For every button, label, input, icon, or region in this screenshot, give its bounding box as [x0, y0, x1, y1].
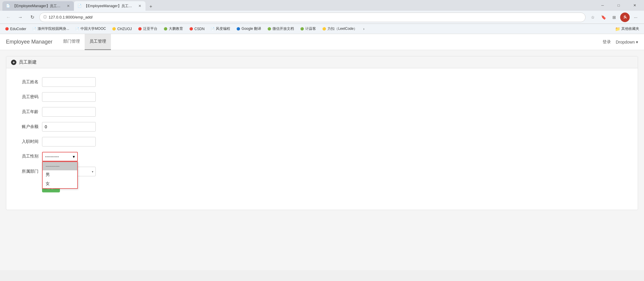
bookmark-dapeng-label: 大鹏教育 [169, 26, 183, 31]
tab1-title: 【EmployeeManager】员工列表 [13, 4, 64, 9]
bookmark-fengbian-label: 风变编程 [216, 26, 230, 31]
bookmark-csdn-label: CSDN [194, 27, 205, 31]
form-group-age: 员工年龄 [18, 107, 626, 117]
maximize-button[interactable]: □ [612, 1, 626, 10]
nav-dropdown[interactable]: Dropdown ▾ [616, 40, 638, 44]
dept-label: 所属部门 [18, 169, 42, 174]
bookmark-wechat-docs-label: 微信开放文档 [273, 26, 294, 31]
bookmark-leetcode-label: 力扣（LeetCode） [327, 26, 357, 31]
gender-dropdown-container: ---------- ▾ ---------- 男 女 [42, 152, 78, 161]
bookmark-google-translate[interactable]: 🔵 Google 翻译 [234, 25, 264, 33]
form-group-name: 员工姓名 [18, 77, 626, 87]
title-bar: 📄 【EmployeeManager】员工列表 ✕ 📄 【EmployeeMan… [0, 0, 644, 11]
page-content: + 员工新建 员工姓名 员工密码 员工年龄 账户余额 [0, 50, 644, 270]
address-actions: ☆ 🔖 ⊞ 头 ··· [588, 13, 640, 22]
app-navbar: Employee Manager 部门管理 员工管理 登录 Dropdown ▾ [0, 34, 644, 50]
profile-avatar[interactable]: 头 [620, 13, 630, 22]
bookmark-csdn[interactable]: 🔴 CSDN [187, 26, 207, 32]
back-button[interactable]: ← [4, 13, 13, 22]
forward-button[interactable]: → [16, 13, 25, 22]
browser-chrome: 📄 【EmployeeManager】员工列表 ✕ 📄 【EmployeeMan… [0, 0, 644, 34]
dropdown-chevron-icon: ▾ [636, 40, 638, 44]
window-controls: ─ □ ✕ [596, 1, 642, 10]
balance-input[interactable] [42, 122, 96, 132]
form-group-password: 员工密码 [18, 92, 626, 102]
form-group-submit: 添加 [18, 182, 626, 192]
form-group-dept: 所属部门 ▾ [18, 167, 626, 176]
join-date-label: 入职时间 [18, 139, 42, 144]
panel-heading: + 员工新建 [6, 56, 638, 68]
bookmark-chzuoj[interactable]: 🟡 CHZUOJ [109, 26, 134, 32]
bookmark-leetcode[interactable]: 🟡 力扣（LeetCode） [320, 25, 360, 33]
age-label: 员工年龄 [18, 109, 42, 115]
bookmark-educoder-label: EduCoder [10, 27, 26, 31]
bookmark-fanya[interactable]: 🔴 泛亚平台 [135, 25, 160, 33]
tab2-title: 【EmployeeManager】员工新建 [84, 4, 135, 9]
menu-button[interactable]: ··· [631, 13, 640, 22]
gender-dropdown-menu: ---------- 男 女 [42, 161, 78, 189]
mooc-icon: 📄 [75, 27, 79, 31]
leetcode-icon: 🟡 [322, 27, 326, 31]
bookmark-mooc[interactable]: 📄 中国大学MOOC [73, 25, 108, 33]
bookmark-icon[interactable]: 🔖 [599, 13, 608, 22]
wechat-icon: 🟢 [267, 27, 271, 31]
nav-right: 登录 Dropdown ▾ [603, 39, 638, 45]
gender-trigger-text: ---------- [45, 154, 59, 159]
bookmark-dapeng[interactable]: 🟢 大鹏教育 [161, 25, 185, 33]
bookmarks-more-icon[interactable]: › [361, 26, 367, 32]
minimize-button[interactable]: ─ [596, 1, 609, 10]
age-input[interactable] [42, 107, 96, 117]
tab-bar: 📄 【EmployeeManager】员工列表 ✕ 📄 【EmployeeMan… [2, 0, 595, 11]
bookmark-campus[interactable]: 📄 滁州学院校园网身... [30, 25, 72, 33]
security-icon: ⓘ [43, 15, 47, 20]
panel-title: 员工新建 [19, 59, 37, 65]
tab-employee-list[interactable]: 📄 【EmployeeManager】员工列表 ✕ [2, 1, 74, 11]
gender-option-male[interactable]: 男 [43, 170, 77, 179]
balance-label: 账户余额 [18, 124, 42, 129]
name-input[interactable] [42, 77, 96, 87]
bookmark-google-translate-label: Google 翻译 [242, 26, 261, 31]
bookmark-fanya-label: 泛亚平台 [143, 26, 157, 31]
tab1-close[interactable]: ✕ [66, 3, 70, 9]
tab2-close[interactable]: ✕ [138, 3, 142, 9]
form-group-join-date: 入职时间 [18, 137, 626, 146]
educoder-icon: 🔴 [5, 27, 9, 31]
gender-chevron-icon: ▾ [73, 154, 75, 159]
url-bar[interactable]: ⓘ 127.0.0.1:8000/emp_add/ [39, 13, 586, 22]
bookmarks-bar: 🔴 EduCoder 📄 滁州学院校园网身... 📄 中国大学MOOC 🟡 CH… [0, 24, 644, 34]
bookmark-jisuanke[interactable]: 🟢 计蒜客 [298, 25, 318, 33]
password-input[interactable] [42, 92, 96, 102]
gender-option-empty[interactable]: ---------- [43, 162, 77, 170]
join-date-input[interactable] [42, 137, 96, 146]
app-brand: Employee Manager [6, 39, 52, 45]
star-icon[interactable]: ☆ [588, 13, 597, 22]
nav-emp-mgmt[interactable]: 员工管理 [85, 34, 111, 50]
bookmark-other-folder[interactable]: 📁 其他收藏夹 [613, 25, 642, 33]
close-button[interactable]: ✕ [628, 1, 642, 10]
campus-icon: 📄 [32, 27, 36, 31]
dapeng-icon: 🟢 [163, 27, 168, 31]
nav-login[interactable]: 登录 [603, 39, 611, 45]
chzuoj-icon: 🟡 [112, 27, 116, 31]
new-tab-button[interactable]: + [147, 2, 155, 11]
profile-collections-icon[interactable]: ⊞ [609, 13, 619, 22]
nav-dept-mgmt[interactable]: 部门管理 [58, 34, 85, 50]
bookmark-educoder[interactable]: 🔴 EduCoder [2, 26, 29, 32]
google-icon: 🔵 [236, 27, 240, 31]
jisuanke-icon: 🟢 [300, 27, 304, 31]
bookmark-fengbian[interactable]: 📄 风变编程 [208, 25, 233, 33]
tab-employee-add[interactable]: 📄 【EmployeeManager】员工新建 ✕ [74, 1, 145, 11]
bookmark-chzuoj-label: CHZUOJ [117, 27, 132, 31]
dropdown-label: Dropdown [616, 40, 635, 44]
form-group-balance: 账户余额 [18, 122, 626, 132]
refresh-button[interactable]: ↻ [27, 13, 37, 22]
url-text: 127.0.0.1:8000/emp_add/ [49, 15, 582, 19]
name-label: 员工姓名 [18, 79, 42, 85]
bookmark-other-folder-label: 其他收藏夹 [621, 26, 639, 31]
plus-icon: + [11, 60, 16, 65]
tab1-favicon: 📄 [6, 4, 10, 8]
bookmark-wechat-docs[interactable]: 🟢 微信开放文档 [265, 25, 296, 33]
gender-option-female[interactable]: 女 [43, 179, 77, 188]
bookmark-jisuanke-label: 计蒜客 [305, 26, 316, 31]
gender-select[interactable]: ---------- ▾ [42, 152, 78, 161]
